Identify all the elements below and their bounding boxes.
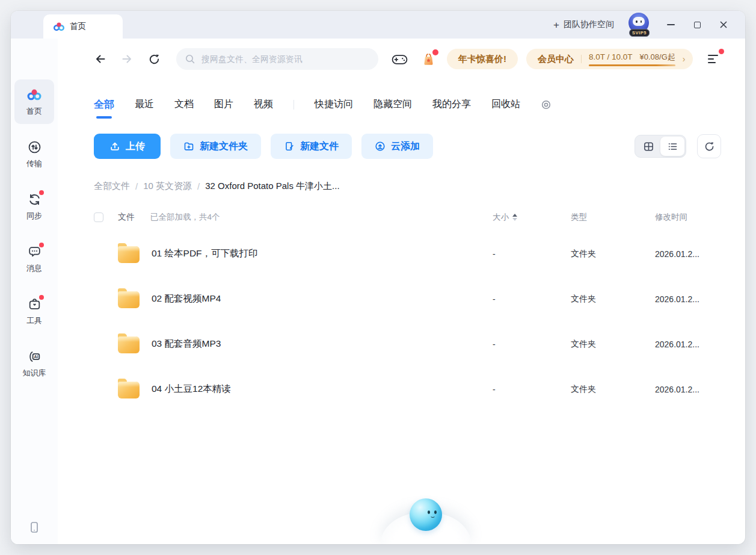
home-icon xyxy=(26,87,42,102)
column-size-label: 大小 xyxy=(493,212,509,223)
home-tab-label: 首页 xyxy=(70,21,86,32)
file-size: - xyxy=(493,249,571,259)
game-controller-icon xyxy=(392,53,408,66)
gift-button[interactable] xyxy=(421,51,436,67)
file-table-header: 文件 已全部加载，共4个 大小 类型 修改时间 xyxy=(94,212,721,223)
tab-recycle-bin[interactable]: 回收站 xyxy=(491,98,520,111)
promo-banner[interactable]: 年卡惊喜价! xyxy=(447,49,518,69)
search-icon xyxy=(185,54,195,64)
search-input[interactable] xyxy=(201,54,370,64)
column-type-label: 类型 xyxy=(571,212,655,223)
tab-my-shares[interactable]: 我的分享 xyxy=(432,98,471,111)
divider xyxy=(293,100,294,110)
phone-icon xyxy=(27,520,41,535)
user-avatar[interactable]: SVIP5 xyxy=(628,13,650,37)
tab-all[interactable]: 全部 xyxy=(94,98,114,111)
mobile-app-button[interactable] xyxy=(27,520,41,535)
breadcrumb-root[interactable]: 全部文件 xyxy=(94,181,130,192)
column-file: 文件 xyxy=(118,212,135,223)
assistant-mascot-button[interactable] xyxy=(381,509,471,544)
chevron-right-icon: › xyxy=(683,55,686,63)
sidebar-item-sync[interactable]: 同步 xyxy=(14,184,54,229)
tab-images[interactable]: 图片 xyxy=(214,98,233,111)
ai-knowledge-icon: AI xyxy=(26,349,42,364)
forward-button[interactable] xyxy=(120,52,134,66)
refresh-button[interactable] xyxy=(148,53,161,66)
tab-hidden-space[interactable]: 隐藏空间 xyxy=(373,98,412,111)
sidebar-item-transfer[interactable]: 传输 xyxy=(14,132,54,176)
storage-text: 8.0T / 10.0T xyxy=(589,52,633,61)
menu-button[interactable] xyxy=(708,52,721,66)
file-type: 文件夹 xyxy=(571,249,655,259)
sidebar-item-home[interactable]: 首页 xyxy=(14,79,54,124)
baidu-netdisk-logo-icon xyxy=(53,20,65,33)
back-button[interactable] xyxy=(94,52,107,66)
grid-view-button[interactable] xyxy=(636,137,660,156)
tab-recent[interactable]: 最近 xyxy=(135,98,154,111)
file-type: 文件夹 xyxy=(571,384,655,395)
new-folder-icon xyxy=(183,141,194,152)
cloud-add-button[interactable]: 云添加 xyxy=(361,134,433,159)
back-arrow-icon xyxy=(94,52,107,66)
list-view-button[interactable] xyxy=(660,137,684,156)
plus-icon: + xyxy=(553,20,559,30)
target-circle-icon xyxy=(541,99,552,110)
table-row[interactable]: 02 配套视频MP4 - 文件夹 2026.01.2... xyxy=(94,276,721,321)
sync-icon xyxy=(26,191,42,207)
breadcrumb-current: 32 Oxford Potato Pals 牛津小土... xyxy=(205,181,339,192)
tabs-config-button[interactable] xyxy=(541,99,552,110)
close-button[interactable] xyxy=(718,19,730,31)
grid-view-icon xyxy=(643,141,654,152)
home-tab[interactable]: 首页 xyxy=(43,14,123,39)
upload-button[interactable]: 上传 xyxy=(94,134,161,159)
file-size: - xyxy=(493,340,571,349)
file-modified: 2026.01.2... xyxy=(655,249,721,259)
promo-label: 年卡惊喜价! xyxy=(458,54,506,65)
sidebar-item-tools[interactable]: 工具 xyxy=(14,289,54,333)
column-size-sort[interactable]: 大小 xyxy=(493,212,571,223)
file-name: 02 配套视频MP4 xyxy=(152,293,221,305)
breadcrumb-separator: / xyxy=(197,181,200,191)
select-all-checkbox[interactable] xyxy=(94,212,103,222)
new-file-icon xyxy=(284,141,295,152)
search-bar[interactable] xyxy=(176,48,378,70)
sidebar-item-knowledge-base[interactable]: AI 知识库 xyxy=(14,341,54,386)
minimize-button[interactable] xyxy=(665,19,677,31)
sidebar-item-label: 消息 xyxy=(26,263,42,274)
breadcrumb-folder[interactable]: 10 英文资源 xyxy=(143,181,192,192)
message-icon xyxy=(26,244,42,259)
maximize-button[interactable] xyxy=(691,19,703,31)
table-row[interactable]: 01 绘本PDF，可下载打印 - 文件夹 2026.01.2... xyxy=(94,231,721,276)
new-folder-button[interactable]: 新建文件夹 xyxy=(170,134,261,159)
file-modified: 2026.01.2... xyxy=(655,294,721,304)
sidebar-item-messages[interactable]: 消息 xyxy=(14,237,54,281)
notification-dot xyxy=(432,49,438,55)
content-area: 年卡惊喜价! 会员中心 8.0T / 10.0T ¥0.08/G起 › xyxy=(58,39,745,544)
vip-badge: SVIP5 xyxy=(629,29,650,37)
file-type: 文件夹 xyxy=(571,294,655,305)
sidebar: 首页 传输 xyxy=(11,39,58,544)
tab-quick-access[interactable]: 快捷访问 xyxy=(315,98,353,111)
svg-text:AI: AI xyxy=(34,355,38,359)
table-row[interactable]: 03 配套音频MP3 - 文件夹 2026.01.2... xyxy=(94,321,721,367)
maximize-icon xyxy=(694,22,701,28)
refresh-list-button[interactable] xyxy=(697,134,721,158)
tab-documents[interactable]: 文档 xyxy=(174,98,194,111)
tab-videos[interactable]: 视频 xyxy=(254,98,273,111)
refresh-icon xyxy=(148,53,161,66)
table-row[interactable]: 04 小土豆12本精读 - 文件夹 2026.01.2... xyxy=(94,367,721,412)
member-center-label: 会员中心 xyxy=(538,54,574,65)
toolbar: 年卡惊喜价! 会员中心 8.0T / 10.0T ¥0.08/G起 › xyxy=(94,47,721,71)
file-size: - xyxy=(493,294,571,304)
games-button[interactable] xyxy=(392,53,408,66)
sidebar-item-label: 同步 xyxy=(26,211,42,222)
close-icon xyxy=(719,20,728,29)
sidebar-item-label: 首页 xyxy=(26,106,42,117)
member-center-button[interactable]: 会员中心 8.0T / 10.0T ¥0.08/G起 › xyxy=(526,49,693,69)
sort-icon xyxy=(512,214,517,221)
new-file-button[interactable]: 新建文件 xyxy=(271,134,352,159)
team-space-button[interactable]: + 团队协作空间 xyxy=(553,19,614,30)
column-modified-label: 修改时间 xyxy=(655,212,721,223)
file-modified: 2026.01.2... xyxy=(655,385,721,394)
file-size: - xyxy=(493,385,571,394)
